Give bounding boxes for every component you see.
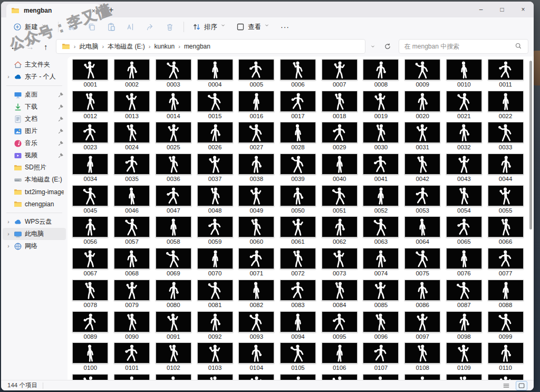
- file-item[interactable]: 0050: [277, 185, 319, 217]
- file-item[interactable]: 0016: [236, 91, 277, 122]
- tab-mengban[interactable]: mengban ×: [6, 4, 100, 17]
- file-item[interactable]: 0093: [236, 311, 277, 343]
- file-item[interactable]: 0019: [360, 91, 402, 122]
- file-item[interactable]: 0084: [319, 280, 360, 311]
- file-item[interactable]: 0017: [277, 91, 319, 122]
- file-item[interactable]: 0109: [443, 342, 485, 374]
- file-item[interactable]: 0092: [194, 311, 236, 343]
- file-item[interactable]: 0089: [70, 311, 111, 343]
- file-item[interactable]: 0029: [319, 122, 360, 154]
- sidebar-item-东子 - 个人[interactable]: ›东子 - 个人: [3, 71, 66, 83]
- file-item[interactable]: 0018: [319, 91, 360, 122]
- file-item[interactable]: 0027: [236, 122, 277, 154]
- file-item[interactable]: 0080: [152, 280, 194, 311]
- file-item[interactable]: 0051: [319, 185, 360, 217]
- file-item[interactable]: 0076: [443, 248, 485, 280]
- file-item[interactable]: 0069: [152, 248, 194, 280]
- file-item[interactable]: 0091: [152, 311, 194, 343]
- cut-button[interactable]: [63, 20, 81, 34]
- file-item[interactable]: 0088: [485, 280, 526, 311]
- file-item[interactable]: 0039: [277, 154, 319, 185]
- file-item[interactable]: 0046: [111, 185, 153, 217]
- sidebar-item-主文件夹[interactable]: 主文件夹: [3, 59, 66, 71]
- share-button[interactable]: [141, 20, 159, 34]
- file-item[interactable]: 0094: [277, 311, 319, 343]
- breadcrumb[interactable]: ›此电脑›本地磁盘 (E:)›kunkun›mengban: [56, 39, 365, 54]
- file-item[interactable]: [443, 374, 485, 380]
- file-item[interactable]: 0070: [194, 248, 236, 280]
- file-item[interactable]: [319, 374, 360, 380]
- file-item[interactable]: [70, 374, 111, 380]
- file-item[interactable]: 0023: [70, 122, 111, 154]
- file-item[interactable]: 0024: [111, 122, 153, 154]
- file-item[interactable]: 0100: [70, 342, 111, 374]
- file-item[interactable]: 0003: [152, 59, 194, 91]
- chevron-right-icon[interactable]: ›: [6, 74, 11, 80]
- sidebar-item-音乐[interactable]: 音乐: [3, 137, 66, 149]
- sidebar-item-WPS云盘[interactable]: ›WPS云盘: [3, 216, 66, 228]
- file-item[interactable]: 0033: [485, 122, 526, 154]
- forward-button[interactable]: →: [22, 42, 38, 51]
- file-item[interactable]: 0026: [194, 122, 236, 154]
- address-dropdown-chevron-icon[interactable]: [365, 44, 380, 49]
- file-item[interactable]: 0056: [70, 216, 111, 248]
- search-input[interactable]: [404, 43, 512, 50]
- file-item[interactable]: 0063: [360, 216, 402, 248]
- file-item[interactable]: 0066: [485, 216, 526, 248]
- tab-close-icon[interactable]: ×: [91, 7, 95, 14]
- file-item[interactable]: [111, 374, 153, 380]
- file-item[interactable]: 0035: [111, 154, 153, 185]
- details-view-icon[interactable]: [500, 381, 512, 390]
- file-item[interactable]: 0083: [277, 280, 319, 311]
- file-item[interactable]: 0072: [277, 248, 319, 280]
- file-item[interactable]: 0038: [236, 154, 277, 185]
- file-item[interactable]: 0060: [236, 216, 277, 248]
- paste-button[interactable]: [102, 20, 120, 34]
- file-item[interactable]: 0097: [402, 311, 443, 343]
- file-item[interactable]: 0047: [152, 185, 194, 217]
- file-item[interactable]: 0015: [194, 91, 236, 122]
- more-options-button[interactable]: ···: [276, 23, 294, 31]
- file-item[interactable]: 0096: [360, 311, 402, 343]
- file-item[interactable]: 0005: [236, 59, 277, 91]
- sidebar-item-文档[interactable]: 文档: [3, 113, 66, 125]
- sidebar-item-txt2img-images[interactable]: txt2img-images: [3, 186, 66, 198]
- file-item[interactable]: 0098: [443, 311, 485, 343]
- file-item[interactable]: 0022: [485, 91, 526, 122]
- file-item[interactable]: 0082: [236, 280, 277, 311]
- file-item[interactable]: 0034: [70, 154, 111, 185]
- file-item[interactable]: 0108: [402, 342, 443, 374]
- file-item[interactable]: 0061: [277, 216, 319, 248]
- file-item[interactable]: 0043: [443, 154, 485, 185]
- file-item[interactable]: 0102: [152, 342, 194, 374]
- file-item[interactable]: [152, 374, 194, 380]
- file-item[interactable]: 0053: [402, 185, 443, 217]
- file-item[interactable]: 0090: [111, 311, 153, 343]
- chevron-right-icon[interactable]: ›: [6, 243, 11, 249]
- file-item[interactable]: 0014: [152, 91, 194, 122]
- file-item[interactable]: 0106: [319, 342, 360, 374]
- file-item[interactable]: 0075: [402, 248, 443, 280]
- file-item[interactable]: [194, 374, 236, 380]
- file-item[interactable]: 0055: [485, 185, 526, 217]
- delete-button[interactable]: [161, 20, 179, 34]
- search-box[interactable]: [399, 39, 528, 54]
- file-item[interactable]: 0099: [485, 311, 526, 343]
- file-item[interactable]: 0085: [360, 280, 402, 311]
- file-item[interactable]: 0054: [443, 185, 485, 217]
- sidebar-item-桌面[interactable]: 桌面: [3, 89, 66, 101]
- file-item[interactable]: 0101: [111, 342, 153, 374]
- rename-button[interactable]: [122, 20, 140, 34]
- file-item[interactable]: 0078: [70, 280, 111, 311]
- file-item[interactable]: 0008: [360, 59, 402, 91]
- file-item[interactable]: 0020: [402, 91, 443, 122]
- file-item[interactable]: 0001: [70, 59, 111, 91]
- sidebar-item-此电脑[interactable]: ›此电脑: [3, 228, 66, 240]
- file-item[interactable]: 0057: [111, 216, 153, 248]
- file-item[interactable]: 0105: [277, 342, 319, 374]
- chevron-right-icon[interactable]: ›: [6, 231, 11, 237]
- file-item[interactable]: 0045: [70, 185, 111, 217]
- file-item[interactable]: 0010: [443, 59, 485, 91]
- sidebar-item-下载[interactable]: 下载: [3, 101, 66, 113]
- breadcrumb-item[interactable]: kunkun: [155, 43, 175, 50]
